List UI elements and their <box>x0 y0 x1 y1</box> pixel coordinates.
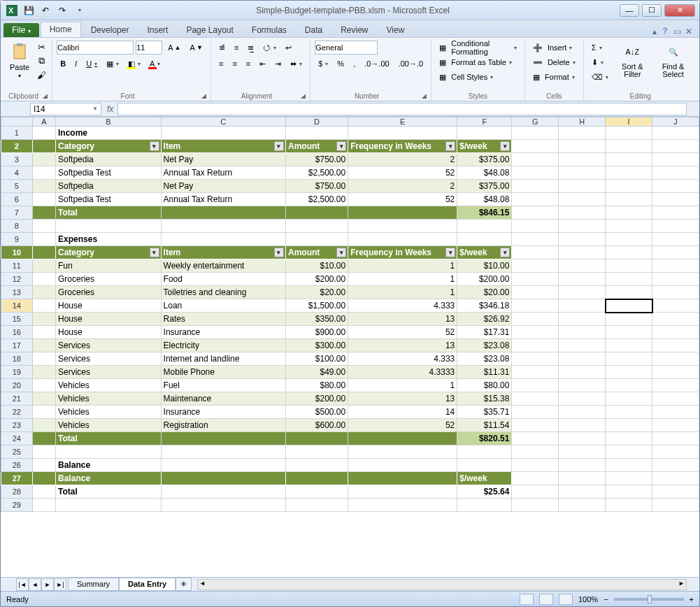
new-sheet-button[interactable]: ✳ <box>176 578 192 591</box>
cell-I9[interactable] <box>606 233 652 246</box>
sheet-nav-last-icon[interactable]: ►| <box>54 578 66 591</box>
cell-G18[interactable] <box>512 352 559 366</box>
cell-J23[interactable] <box>652 419 699 432</box>
cell-G5[interactable] <box>512 180 559 193</box>
cell-H25[interactable] <box>559 445 606 459</box>
cell-H28[interactable] <box>559 485 606 499</box>
cell-B2[interactable]: Category▾ <box>56 140 162 153</box>
cell-J3[interactable] <box>652 153 699 166</box>
cell-C25[interactable] <box>161 445 285 459</box>
cell-I16[interactable] <box>606 326 652 339</box>
help-icon[interactable]: ？ <box>661 25 669 37</box>
row-header-19[interactable]: 19 <box>1 366 33 379</box>
cell-G29[interactable] <box>512 499 559 512</box>
horizontal-scrollbar[interactable] <box>197 579 687 590</box>
comma-format-icon[interactable]: , <box>350 57 359 71</box>
cell-D19[interactable]: $49.00 <box>285 366 348 379</box>
cell-F24[interactable]: $820.51 <box>457 432 512 445</box>
cell-J11[interactable] <box>652 259 699 273</box>
cell-G24[interactable] <box>512 432 559 445</box>
cell-J12[interactable] <box>652 273 699 286</box>
cell-D21[interactable]: $200.00 <box>285 392 348 406</box>
cell-F10[interactable]: $/week▾ <box>457 246 512 259</box>
cell-G13[interactable] <box>512 286 559 299</box>
row-header-6[interactable]: 6 <box>1 193 33 206</box>
cell-J21[interactable] <box>652 392 699 406</box>
align-middle-icon[interactable]: ≡ <box>231 41 242 55</box>
cell-I29[interactable] <box>606 499 652 512</box>
cell-G12[interactable] <box>512 273 559 286</box>
filter-icon[interactable]: ▾ <box>274 248 284 257</box>
cell-H15[interactable] <box>559 313 606 326</box>
cell-I8[interactable] <box>606 220 652 233</box>
cell-B16[interactable]: House <box>56 326 162 339</box>
redo-icon[interactable]: ↷ <box>55 3 69 17</box>
cell-F13[interactable]: $20.00 <box>457 286 512 299</box>
cell-I14[interactable] <box>606 299 652 313</box>
name-box[interactable]: I14▼ <box>30 103 101 115</box>
row-header-2[interactable]: 2 <box>1 140 33 153</box>
cell-H20[interactable] <box>559 379 606 392</box>
cell-G21[interactable] <box>512 392 559 406</box>
cell-A18[interactable] <box>32 352 55 366</box>
zoom-in-icon[interactable]: + <box>690 595 694 604</box>
cell-E14[interactable]: 4.333 <box>348 299 457 313</box>
cell-H19[interactable] <box>559 366 606 379</box>
grow-font-icon[interactable]: A▲ <box>164 41 184 55</box>
cell-B6[interactable]: Softpedia Test <box>56 193 162 206</box>
cell-H12[interactable] <box>559 273 606 286</box>
cell-I25[interactable] <box>606 445 652 459</box>
cell-F23[interactable]: $11.54 <box>457 419 512 432</box>
borders-icon[interactable]: ▦ <box>103 57 122 71</box>
cell-B3[interactable]: Softpedia <box>56 153 162 166</box>
cell-A6[interactable] <box>32 193 55 206</box>
cell-H17[interactable] <box>559 339 606 352</box>
cell-C22[interactable]: Insurance <box>161 406 285 419</box>
cell-D15[interactable]: $350.00 <box>285 313 348 326</box>
cell-H26[interactable] <box>559 459 606 472</box>
cell-F7[interactable]: $846.15 <box>457 206 512 220</box>
cell-E1[interactable] <box>348 127 457 140</box>
column-header-H[interactable]: H <box>559 117 606 127</box>
row-header-12[interactable]: 12 <box>1 273 33 286</box>
tab-home[interactable]: Home <box>41 22 81 37</box>
tab-developer[interactable]: Developer <box>83 23 138 37</box>
cell-E19[interactable]: 4.3333 <box>348 366 457 379</box>
cell-G27[interactable] <box>512 472 559 485</box>
row-header-15[interactable]: 15 <box>1 313 33 326</box>
cell-D6[interactable]: $2,500.00 <box>285 193 348 206</box>
cell-E5[interactable]: 2 <box>348 180 457 193</box>
cell-E29[interactable] <box>348 499 457 512</box>
cell-A26[interactable] <box>32 459 55 472</box>
font-size-combo[interactable] <box>136 41 162 55</box>
cell-E17[interactable]: 13 <box>348 339 457 352</box>
cell-G3[interactable] <box>512 153 559 166</box>
cell-C3[interactable]: Net Pay <box>161 153 285 166</box>
decrease-decimal-icon[interactable]: .00→.0 <box>395 57 427 71</box>
sheet-nav-prev-icon[interactable]: ◄ <box>29 578 41 591</box>
cell-H7[interactable] <box>559 206 606 220</box>
tab-data[interactable]: Data <box>297 23 331 37</box>
cell-B1[interactable]: Income <box>56 127 162 140</box>
cell-G1[interactable] <box>512 127 559 140</box>
cell-A9[interactable] <box>32 233 55 246</box>
cell-E23[interactable]: 52 <box>348 419 457 432</box>
cell-D14[interactable]: $1,500.00 <box>285 299 348 313</box>
align-bottom-icon[interactable]: ≡̲ <box>244 41 257 55</box>
align-right-icon[interactable]: ≡ <box>243 57 254 71</box>
cell-H3[interactable] <box>559 153 606 166</box>
number-format-combo[interactable] <box>315 41 378 55</box>
row-header-3[interactable]: 3 <box>1 153 33 166</box>
fx-icon[interactable]: fx <box>107 104 113 114</box>
cell-B23[interactable]: Vehicles <box>56 419 162 432</box>
cell-F4[interactable]: $48.08 <box>457 166 512 180</box>
cell-B29[interactable] <box>56 499 162 512</box>
cell-A20[interactable] <box>32 379 55 392</box>
cell-D20[interactable]: $80.00 <box>285 379 348 392</box>
cell-E18[interactable]: 4.333 <box>348 352 457 366</box>
cell-A23[interactable] <box>32 419 55 432</box>
align-center-icon[interactable]: ≡ <box>229 57 240 71</box>
cell-I2[interactable] <box>606 140 652 153</box>
cell-E2[interactable]: Frequency in Weeks▾ <box>348 140 457 153</box>
cell-C19[interactable]: Mobile Phone <box>161 366 285 379</box>
